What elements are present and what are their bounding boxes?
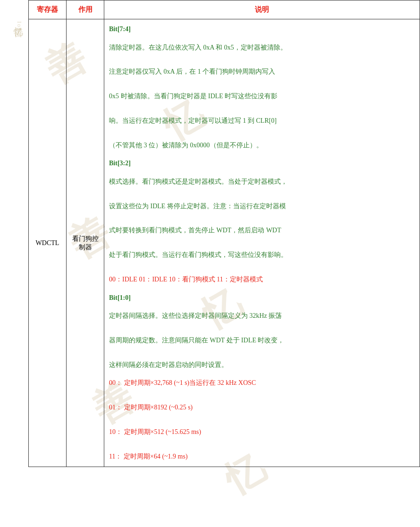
bit10-text-block: 定时器间隔选择。这些位选择定时器间隔定义为 32kHz 振荡 器周期的规定数。注… [109, 310, 415, 371]
bit74-text1: 清除定时器。在这几位依次写入 0xA 和 0x5，定时器被清除。 [109, 42, 415, 54]
bit32-text3: 式时要转换到看门狗模式，首先停止 WDT，然后启动 WDT [109, 224, 415, 237]
table-header-row: 寄存器 作用 说明 [29, 0, 420, 19]
main-content: 寄存器 作用 说明 WDCTL 看门狗控 制器 Bit[7:4] 清除 [28, 0, 420, 467]
bit10-text3: 这样间隔必须在定时器启动的同时设置。 [109, 359, 415, 372]
function-line2: 制器 [79, 244, 92, 251]
bit10-text1: 定时器间隔选择。这些位选择定时器间隔定义为 32kHz 振荡 [109, 310, 415, 323]
bit74-block: Bit[7:4] [109, 23, 415, 36]
bit32-block: Bit[3:2] [109, 157, 415, 170]
table-row: WDCTL 看门狗控 制器 Bit[7:4] 清除定时器。在这几位依次写入 0x… [29, 19, 420, 467]
bit32-text-block: 模式选择。看门狗模式还是定时器模式。当处于定时器模式， 设置这些位为 IDLE … [109, 176, 415, 286]
options-block: 00： 定时周期×32,768 (~1 s)当运行在 32 kHz XOSC 0… [109, 377, 415, 463]
header-function: 作用 [67, 0, 104, 19]
bit32-label: Bit[3:2] [109, 157, 415, 170]
option-10: 10： 定时周期×512 (~15.625 ms) [109, 426, 415, 439]
logo-area: 善忆 IoT [0, 0, 38, 52]
option-11: 11： 定时周期×64 (~1.9 ms) [109, 450, 415, 463]
bit32-text4: 处于看门狗模式。当运行在看门狗模式，写这些位没有影响。 [109, 249, 415, 262]
bit32-text1: 模式选择。看门狗模式还是定时器模式。当处于定时器模式， [109, 176, 415, 188]
register-function: 看门狗控 制器 [67, 19, 104, 467]
bit74-label: Bit[7:4] [109, 23, 415, 36]
option-01: 01： 定时周期×8192 (~0.25 s) [109, 401, 415, 414]
header-description: 说明 [104, 0, 420, 19]
bit74-text2: 注意定时器仅写入 0xA 后，在 1 个看门狗时钟周期内写入 [109, 66, 415, 78]
bit74-text-block: 清除定时器。在这几位依次写入 0xA 和 0x5，定时器被清除。 注意定时器仅写… [109, 42, 415, 152]
register-name: WDCTL [29, 19, 67, 467]
bit74-text5: （不管其他 3 位）被清除为 0x0000（但是不停止）。 [109, 139, 415, 152]
bit10-text2: 器周期的规定数。注意间隔只能在 WDT 处于 IDLE 时改变， [109, 334, 415, 347]
function-line1: 看门狗控 [72, 235, 99, 242]
register-table: 寄存器 作用 说明 WDCTL 看门狗控 制器 Bit[7:4] 清除 [28, 0, 420, 467]
bit32-text2: 设置这些位为 IDLE 将停止定时器。注意：当运行在定时器模 [109, 200, 415, 213]
bit32-options: 00：IDLE 01：IDLE 10：看门狗模式 11：定时器模式 [109, 273, 415, 286]
bit74-text3: 0x5 时被清除。当看门狗定时器是 IDLE 时写这些位没有影 [109, 90, 415, 103]
bit10-block: Bit[1:0] [109, 292, 415, 305]
register-description: Bit[7:4] 清除定时器。在这几位依次写入 0xA 和 0x5，定时器被清除… [104, 19, 420, 467]
option-00: 00： 定时周期×32,768 (~1 s)当运行在 32 kHz XOSC [109, 377, 415, 390]
bit74-text4: 响。当运行在定时器模式，定时器可以通过写 1 到 CLR[0] [109, 115, 415, 128]
bit10-label: Bit[1:0] [109, 292, 415, 305]
logo-iot: IoT [16, 21, 23, 32]
